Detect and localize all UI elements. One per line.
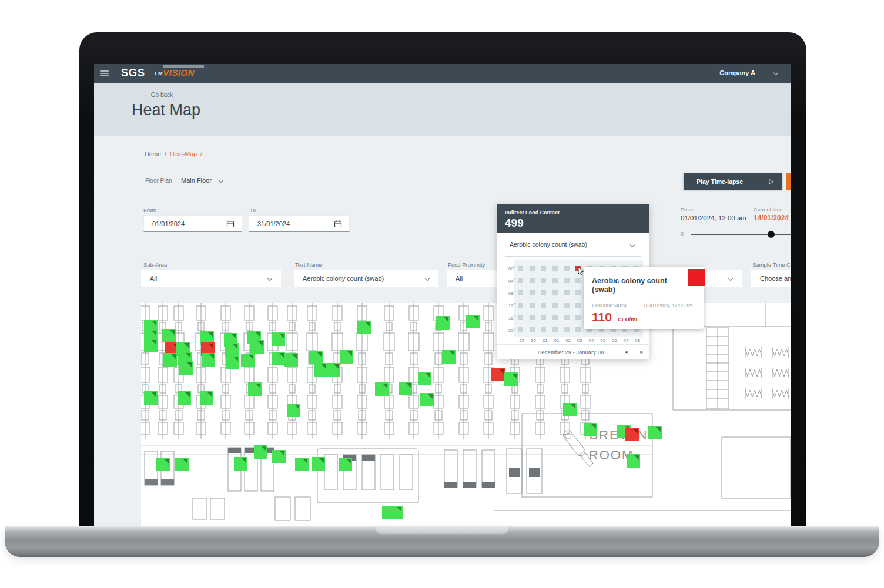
heatmap-marker[interactable]	[312, 457, 325, 471]
heatmap-marker[interactable]	[202, 353, 215, 367]
grid-cell[interactable]	[530, 290, 535, 295]
floor-plan-select[interactable]: Main Floor	[181, 177, 212, 184]
popup-test-select[interactable]: Aerobic colony count (swab)	[510, 241, 587, 248]
heatmap-marker[interactable]	[156, 458, 170, 471]
heatmap-marker[interactable]	[420, 393, 434, 406]
grid-cell[interactable]	[564, 327, 570, 332]
timelapse-slider[interactable]	[691, 234, 791, 235]
heatmap-marker[interactable]	[287, 404, 300, 417]
heatmap-marker[interactable]	[144, 339, 158, 352]
grid-cell[interactable]	[564, 315, 570, 320]
play-timelapse-button[interactable]: Play Time-lapse ▷	[684, 173, 782, 190]
heatmap-marker[interactable]	[389, 506, 403, 519]
to-date-input[interactable]: 31/01/2024	[249, 215, 350, 232]
heatmap-marker[interactable]	[309, 351, 323, 364]
heatmap-marker[interactable]	[357, 321, 371, 334]
heatmap-marker[interactable]	[248, 382, 262, 396]
heatmap-marker[interactable]	[326, 363, 340, 377]
grid-cell[interactable]	[575, 278, 581, 283]
go-back-link[interactable]: ← Go back	[143, 92, 173, 98]
heatmap-marker[interactable]	[272, 332, 285, 346]
heatmap-marker[interactable]	[272, 352, 285, 365]
heatmap-marker[interactable]	[254, 445, 267, 459]
company-selector[interactable]: Company A	[719, 69, 755, 76]
heatmap-marker[interactable]	[625, 428, 639, 441]
calendar-icon[interactable]	[226, 220, 235, 228]
next-week-button[interactable]: ►	[634, 345, 649, 359]
chevron-down-icon[interactable]	[219, 178, 223, 183]
grid-cell[interactable]	[541, 327, 546, 332]
heatmap-marker[interactable]	[163, 353, 177, 367]
grid-cell[interactable]	[518, 303, 523, 308]
breadcrumb-current[interactable]: Heat-Map	[170, 150, 197, 157]
grid-cell[interactable]	[518, 278, 523, 283]
grid-cell[interactable]	[530, 266, 535, 271]
heatmap-marker[interactable]	[375, 382, 389, 396]
grid-cell[interactable]	[552, 327, 558, 332]
timelapse-slider-thumb[interactable]	[768, 231, 775, 238]
heatmap-marker[interactable]	[200, 391, 213, 405]
grid-cell[interactable]	[564, 266, 570, 271]
grid-cell[interactable]	[552, 278, 558, 283]
grid-cell[interactable]	[564, 303, 570, 308]
grid-cell[interactable]	[530, 315, 535, 320]
heatmap-marker[interactable]	[442, 350, 456, 364]
chevron-down-icon[interactable]	[774, 70, 778, 75]
grid-cell[interactable]	[541, 266, 546, 271]
heatmap-marker[interactable]	[234, 457, 247, 471]
prev-week-button[interactable]: ◄	[618, 345, 634, 359]
grid-cell[interactable]	[530, 303, 535, 308]
heatmap-marker[interactable]	[584, 423, 597, 436]
grid-cell[interactable]	[541, 315, 546, 320]
heatmap-marker[interactable]	[179, 361, 193, 375]
heatmap-marker[interactable]	[339, 458, 352, 471]
grid-cell[interactable]	[575, 315, 581, 320]
sample-time-select[interactable]: Choose an o	[751, 270, 791, 287]
heatmap-marker[interactable]	[226, 355, 239, 369]
heatmap-marker[interactable]	[627, 454, 640, 468]
grid-cell[interactable]	[518, 315, 523, 320]
heatmap-marker[interactable]	[436, 316, 450, 330]
grid-cell[interactable]	[518, 290, 523, 295]
grid-cell[interactable]	[518, 266, 523, 271]
grid-cell[interactable]	[564, 278, 570, 283]
grid-cell[interactable]	[530, 327, 535, 332]
from-date-input[interactable]: 01/01/2024	[143, 215, 242, 232]
clipped-orange-button[interactable]	[786, 173, 791, 190]
heatmap-marker[interactable]	[648, 426, 662, 439]
calendar-icon[interactable]	[334, 220, 342, 228]
grid-cell[interactable]	[518, 327, 523, 332]
heatmap-marker[interactable]	[418, 372, 431, 385]
grid-cell[interactable]	[541, 303, 546, 308]
heatmap-marker[interactable]	[563, 403, 577, 416]
heatmap-marker[interactable]	[491, 368, 505, 381]
heatmap-marker[interactable]	[178, 391, 191, 405]
breadcrumb-home[interactable]: Home	[145, 150, 161, 157]
heatmap-marker[interactable]	[144, 391, 158, 405]
chevron-down-icon[interactable]	[630, 243, 635, 247]
heatmap-marker[interactable]	[314, 363, 327, 377]
grid-cell[interactable]	[552, 266, 558, 271]
heatmap-marker[interactable]	[399, 382, 412, 395]
grid-cell[interactable]	[541, 278, 546, 283]
grid-cell[interactable]	[552, 315, 558, 320]
grid-cell[interactable]	[552, 290, 558, 295]
heatmap-marker[interactable]	[466, 315, 480, 328]
heatmap-marker[interactable]	[272, 450, 286, 463]
grid-cell[interactable]	[575, 303, 581, 308]
heatmap-marker[interactable]	[241, 354, 255, 367]
hamburger-menu-icon[interactable]	[100, 69, 109, 78]
heatmap-marker[interactable]	[504, 372, 518, 386]
grid-cell[interactable]	[564, 290, 570, 295]
heatmap-marker[interactable]	[250, 340, 264, 354]
grid-cell[interactable]	[530, 278, 535, 283]
heatmap-marker[interactable]	[284, 353, 298, 367]
floor-plan-heatmap[interactable]: BREWING ROOM	[141, 303, 791, 526]
test-name-select[interactable]: Aerobic colony count (swab)	[294, 270, 438, 287]
heatmap-marker[interactable]	[175, 458, 189, 471]
grid-cell[interactable]	[575, 327, 581, 332]
heatmap-marker[interactable]	[162, 329, 176, 342]
sub-area-select[interactable]: All	[141, 270, 281, 287]
heatmap-marker[interactable]	[225, 343, 239, 357]
heatmap-marker[interactable]	[340, 350, 353, 364]
